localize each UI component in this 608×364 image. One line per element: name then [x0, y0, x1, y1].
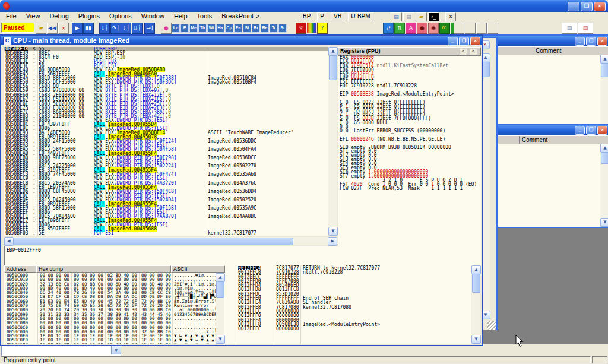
- scroll-down-icon[interactable]: ▼: [328, 227, 338, 236]
- minimize-button[interactable]: _: [448, 37, 458, 46]
- menu-button-bp[interactable]: BP: [300, 12, 314, 21]
- pane-button-me[interactable]: Me: [189, 24, 198, 33]
- register-line[interactable]: T 0 GS 0000 NULL: [340, 121, 481, 125]
- pane-button-br[interactable]: Br: [252, 24, 260, 33]
- pause-button[interactable]: ▮▮: [83, 23, 94, 34]
- pane-button-e[interactable]: E: [180, 24, 189, 33]
- menu-item-plugins[interactable]: Plugins: [74, 12, 104, 21]
- pane-button-re[interactable]: Re: [261, 24, 269, 33]
- pane-button-st[interactable]: St: [243, 24, 251, 33]
- scrollbar-thumb[interactable]: [601, 152, 608, 164]
- stack-row[interactable]: 0012FFE0FFFFFFFFEnd of SEH chain: [225, 296, 471, 300]
- scroll-down-icon[interactable]: ▼: [471, 335, 481, 344]
- address-column-header[interactable]: Address: [4, 265, 36, 273]
- menu-item-window[interactable]: Window: [137, 12, 169, 21]
- disasm-hscrollbar[interactable]: ◀ ▶: [4, 237, 337, 245]
- menu-item-debug[interactable]: Debug: [45, 12, 73, 21]
- step-into-button[interactable]: ↓┆: [99, 23, 110, 34]
- side-window-top-titlebar[interactable]: _ ❐ ×: [480, 36, 608, 46]
- scroll-up-icon[interactable]: ▲: [216, 273, 225, 282]
- animate-over-button[interactable]: ⇊┆: [132, 23, 142, 34]
- close-button[interactable]: ×: [470, 37, 480, 46]
- close-button[interactable]: ×: [597, 37, 607, 46]
- step-over-button[interactable]: ↷┆: [110, 23, 121, 34]
- minimize-button[interactable]: _: [575, 37, 585, 46]
- menubar-close-button[interactable]: X: [445, 12, 456, 21]
- minimize-button[interactable]: _: [568, 2, 580, 11]
- toolbar-empty-button[interactable]: [476, 23, 487, 34]
- registers-scroll-left[interactable]: <: [460, 49, 467, 55]
- menu-item-options[interactable]: Options: [104, 12, 137, 21]
- dump-pane[interactable]: Address Hex dump ASCII 0050C00000 00 00 …: [4, 265, 225, 344]
- info-pane[interactable]: EBP=0012FFF0: [4, 246, 340, 267]
- stack-row[interactable]: 0012FFFC00000000: [225, 327, 471, 331]
- cpu-titlebar[interactable]: C CPU - main thread, module ImageRed _ ❐…: [1, 36, 482, 45]
- marker-icon[interactable]: ●: [161, 23, 172, 34]
- stack-scrollbar[interactable]: ▲ ▼: [471, 265, 480, 344]
- scrollbar-thumb[interactable]: [472, 274, 480, 293]
- resize-grip[interactable]: [487, 321, 496, 330]
- pane-button-th[interactable]: Th: [198, 24, 207, 33]
- run-to-return-button[interactable]: →]: [144, 23, 155, 34]
- scrollbar[interactable]: ▲: [600, 55, 608, 125]
- stack-row[interactable]: 0012FFF80050BE38ImageRed.<ModuleEntryPoi…: [225, 322, 471, 327]
- hexdump-column-header[interactable]: Hex dump: [36, 265, 171, 273]
- disasm-row[interactable]: 0050BE3E.53PUSH EBX: [4, 59, 328, 64]
- report-button[interactable]: ▤: [562, 23, 577, 34]
- scroll-down-icon[interactable]: ▼: [600, 218, 608, 227]
- minimize-button[interactable]: _: [575, 126, 585, 135]
- maximize-button[interactable]: ❐: [586, 126, 596, 135]
- console-icon[interactable]: ›_: [428, 12, 439, 21]
- stack-row[interactable]: 0012FFD48054B6ED: [225, 283, 471, 287]
- scroll-down-icon[interactable]: ▼: [216, 335, 225, 344]
- close-program-button[interactable]: ×: [58, 23, 69, 34]
- run-button[interactable]: ▶: [72, 23, 83, 34]
- options-gear-button[interactable]: ☼: [296, 23, 306, 34]
- stack-row[interactable]: 0012FFCCFFFFFFFF: [225, 275, 471, 279]
- scrollbar[interactable]: ▲ ▼: [600, 144, 608, 227]
- stack-row[interactable]: 0012FFEC00000000: [225, 309, 471, 314]
- toolbar-empty-button[interactable]: [465, 23, 476, 34]
- scroll-up-icon[interactable]: ▲: [328, 47, 338, 56]
- open-file-button[interactable]: ▰: [36, 23, 46, 34]
- pane-button-sr[interactable]: Sr: [278, 24, 287, 33]
- menu-button-u-bpm[interactable]: U-BPM: [348, 12, 373, 21]
- pane-button-wi[interactable]: Wi: [207, 24, 216, 33]
- main-titlebar[interactable]: _ ❐ ×: [0, 0, 608, 12]
- pane-button-cp[interactable]: Cp: [225, 24, 233, 33]
- spiral-button[interactable]: ◉: [428, 23, 439, 34]
- pane-button-pa[interactable]: Pa: [234, 24, 242, 33]
- menu-item-help[interactable]: Help: [169, 12, 192, 21]
- register-line[interactable]: EIP 0050BE38 ImageRed.<ModuleEntryPoint>: [340, 93, 481, 97]
- command-input[interactable]: [2, 349, 4, 356]
- disasm-row[interactable]: 0050BE3B.83C4 F0ADD ESP,-10: [4, 55, 328, 59]
- stack-row[interactable]: 0012FFF000000000: [225, 314, 471, 318]
- maximize-button[interactable]: ❐: [586, 37, 596, 46]
- menu-button-p[interactable]: P: [317, 12, 327, 21]
- scrollbar-thumb[interactable]: [329, 55, 337, 80]
- stack-row[interactable]: 0012FFC87C910228ntdll.7C910228: [225, 270, 471, 274]
- ascii-column-header[interactable]: ASCII: [171, 265, 225, 273]
- disasm-scrollbar[interactable]: ▲ ▼: [328, 47, 337, 236]
- disasm-row[interactable]: 0050BF03.5EPOP ESIkernel32.7C817077: [4, 231, 328, 235]
- stack-row[interactable]: 0012FFC47C817077RETURN to kernel32.7C817…: [225, 266, 471, 270]
- disasm-row[interactable]: 0050BE38$55PUSH EBP: [4, 47, 328, 51]
- stack-pane[interactable]: 0012FFC47C817077RETURN to kernel32.7C817…: [225, 265, 471, 344]
- stack-row[interactable]: 0012FFE87C817080kernel32.7C817080: [225, 305, 471, 309]
- registers-scroll-right[interactable]: <: [470, 49, 477, 55]
- help-button[interactable]: ?: [317, 23, 328, 34]
- menu-item-file[interactable]: File: [1, 12, 21, 21]
- menu-item-tools[interactable]: Tools: [192, 12, 217, 21]
- scrollbar-thumb[interactable]: [216, 281, 224, 298]
- menu-item-breakpoint[interactable]: BreakPoint->: [217, 12, 264, 21]
- scroll-up-icon[interactable]: ▲: [600, 144, 608, 153]
- maximize-button[interactable]: ❐: [581, 2, 593, 11]
- source-icon[interactable]: ▤: [403, 12, 414, 21]
- animate-into-button[interactable]: ⇓┆: [121, 23, 131, 34]
- command-combobox[interactable]: ▼: [1, 346, 121, 356]
- registers-pane[interactable]: Registers (FPU) < < EAX 00000000ECX 0012…: [338, 47, 481, 275]
- register-line[interactable]: EDI 7C910228 ntdll.7C910228: [340, 84, 481, 88]
- scroll-left-icon[interactable]: ◀: [4, 237, 14, 246]
- pane-button-ha[interactable]: Ha: [216, 24, 224, 33]
- disasm-row[interactable]: 0050BEFE.E8 8597F8FFCALL ImageRed.004956…: [4, 227, 328, 231]
